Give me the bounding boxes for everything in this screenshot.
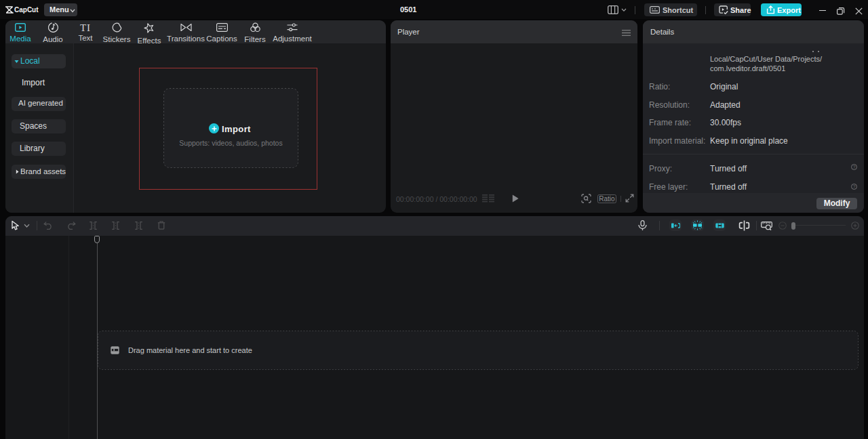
svg-text:?: ? (853, 165, 856, 169)
svg-text:?: ? (853, 184, 856, 189)
